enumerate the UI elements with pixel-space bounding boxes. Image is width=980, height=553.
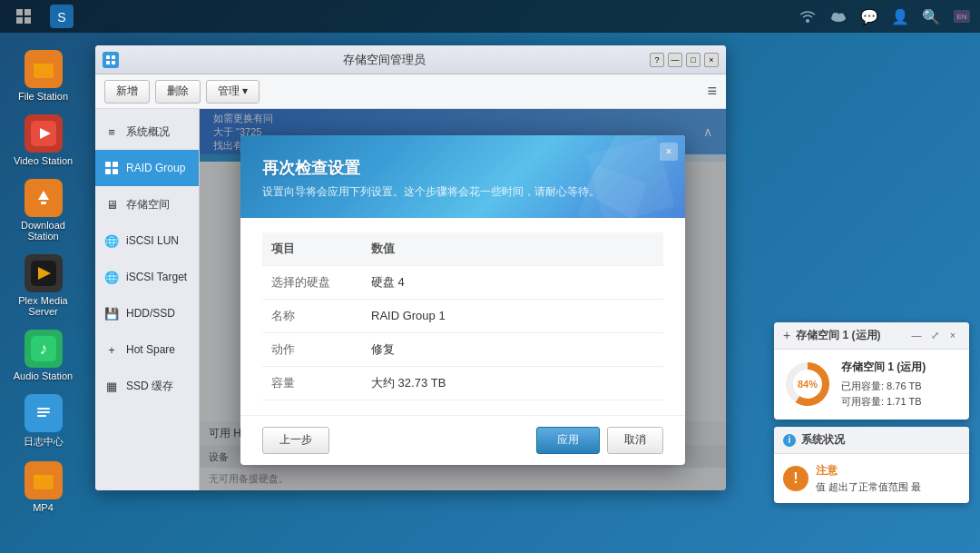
video-station-label: Video Station bbox=[14, 155, 73, 166]
desktop-app-icons: File Station Video Station Download Stat… bbox=[9, 45, 77, 518]
sidebar-app-log-center[interactable]: 日志中心 bbox=[9, 390, 77, 453]
hdd-icon: 💾 bbox=[104, 306, 119, 321]
warning-text: 值 超出了正常值范围 最 bbox=[816, 480, 921, 494]
sidebar-app-file-station[interactable]: File Station bbox=[9, 45, 77, 106]
row-value-0: 硬盘 4 bbox=[362, 265, 663, 299]
audio-station-label: Audio Station bbox=[14, 370, 73, 381]
nav-storage[interactable]: 🖥 存储空间 bbox=[95, 186, 199, 222]
minimize-button[interactable]: — bbox=[668, 53, 682, 67]
table-row: 动作 修复 bbox=[262, 332, 663, 366]
panel-controls: — ⤢ × bbox=[909, 328, 960, 342]
app-icon bbox=[103, 52, 119, 68]
confirm-dialog: × 再次检查设置 设置向导将会应用下列设置。这个步骤将会花一些时间，请耐心等待。 bbox=[240, 135, 685, 465]
svg-rect-34 bbox=[105, 162, 111, 167]
dialog-header: × 再次检查设置 设置向导将会应用下列设置。这个步骤将会花一些时间，请耐心等待。 bbox=[240, 135, 685, 218]
taskbar-left: S bbox=[7, 0, 78, 33]
maximize-button[interactable]: □ bbox=[686, 53, 701, 67]
panel-close-btn[interactable]: × bbox=[946, 328, 960, 342]
window-title: 存储空间管理员 bbox=[119, 52, 650, 68]
dialog-action-buttons: 应用 取消 bbox=[536, 427, 663, 454]
svg-rect-37 bbox=[113, 169, 118, 174]
row-label-3: 容量 bbox=[262, 366, 362, 400]
region-icon[interactable]: EN bbox=[951, 5, 973, 27]
prev-button[interactable]: 上一步 bbox=[262, 427, 329, 454]
delete-button[interactable]: 删除 bbox=[155, 80, 201, 104]
nav-hdd-ssd[interactable]: 💾 HDD/SSD bbox=[95, 295, 199, 331]
apply-button[interactable]: 应用 bbox=[536, 427, 600, 454]
user-icon[interactable]: 👤 bbox=[889, 5, 911, 27]
storage-card-header: + 存储空间 1 (运用) — ⤢ × bbox=[774, 322, 969, 350]
search-icon[interactable]: 🔍 bbox=[920, 5, 942, 27]
taskbar-right: 💬 👤 🔍 EN bbox=[797, 5, 973, 27]
nav-hot-spare[interactable]: + Hot Spare bbox=[95, 331, 199, 368]
dialog-footer: 上一步 应用 取消 bbox=[240, 415, 685, 465]
svg-rect-33 bbox=[112, 61, 115, 64]
raid-icon bbox=[104, 161, 119, 175]
new-button[interactable]: 新增 bbox=[104, 80, 150, 104]
svg-rect-35 bbox=[113, 162, 118, 167]
desktop: S 💬 👤 🔍 bbox=[0, 0, 980, 553]
help-button[interactable]: ? bbox=[650, 53, 664, 67]
messages-icon[interactable]: 💬 bbox=[858, 5, 880, 27]
network-icon[interactable] bbox=[797, 5, 818, 27]
storage-card-title: 存储空间 1 (运用) bbox=[796, 328, 880, 343]
nav-iscsi-target[interactable]: 🌐 iSCSI Target bbox=[95, 259, 199, 295]
sidebar-app-plex[interactable]: Plex Media Server bbox=[9, 250, 77, 321]
nav-overview[interactable]: ≡ 系统概况 bbox=[95, 114, 199, 150]
svg-rect-18 bbox=[41, 202, 46, 204]
row-label-0: 选择的硬盘 bbox=[262, 265, 362, 299]
svg-rect-32 bbox=[106, 61, 110, 64]
svg-rect-29 bbox=[104, 54, 117, 66]
dialog-close-button[interactable]: × bbox=[660, 143, 678, 161]
svg-rect-13 bbox=[34, 64, 43, 67]
nav-iscsi-lun[interactable]: 🌐 iSCSI LUN bbox=[95, 222, 199, 259]
svg-rect-2 bbox=[16, 17, 23, 24]
svg-rect-1 bbox=[24, 9, 31, 15]
status-warning: ! 注意 值 超出了正常值范围 最 bbox=[783, 463, 960, 494]
warning-icon: ! bbox=[783, 466, 808, 491]
system-status-title: 系统状况 bbox=[801, 432, 845, 448]
svg-rect-28 bbox=[34, 475, 43, 479]
storage-card: + 存储空间 1 (运用) — ⤢ × bbox=[774, 322, 969, 420]
donut-percent: 84% bbox=[798, 379, 818, 390]
cancel-button[interactable]: 取消 bbox=[607, 427, 663, 454]
info-icon: i bbox=[783, 434, 796, 447]
sidebar-app-mp4[interactable]: MP4 bbox=[9, 457, 77, 518]
app-content: ≡ 系统概况 RAID Group 🖥 bbox=[95, 109, 726, 490]
sidebar-app-video-station[interactable]: Video Station bbox=[9, 110, 77, 171]
available-capacity: 可用容量: 1.71 TB bbox=[841, 394, 926, 410]
log-center-label: 日志中心 bbox=[24, 435, 64, 449]
synology-app-button[interactable]: S bbox=[45, 0, 78, 33]
dialog-title: 再次检查设置 bbox=[262, 157, 663, 179]
svg-rect-26 bbox=[37, 415, 46, 417]
sidebar-app-download-station[interactable]: Download Station bbox=[9, 174, 77, 246]
dialog-table: 项目 数值 选择的硬盘 硬盘 4 bbox=[262, 232, 663, 400]
storage-card-name: 存储空间 1 (运用) bbox=[841, 359, 926, 376]
storage-info: 84% 存储空间 1 (运用) 已用容量: 8.76 TB 可用容量: 1.71… bbox=[783, 359, 960, 410]
used-capacity: 已用容量: 8.76 TB bbox=[841, 379, 926, 395]
nav-raid-group[interactable]: RAID Group bbox=[95, 150, 199, 186]
overview-icon: ≡ bbox=[104, 124, 119, 139]
app-main-area: 如需更换有问 大于 "3725 找出有问题 ∧ 可用 Hot Spare 硬盘 … bbox=[200, 109, 726, 490]
table-row: 名称 RAID Group 1 bbox=[262, 299, 663, 332]
system-status-card: i 系统状况 ! 注意 值 超出了正常值范围 最 bbox=[774, 427, 969, 503]
list-view-icon[interactable]: ≡ bbox=[707, 82, 717, 101]
close-button[interactable]: × bbox=[704, 53, 719, 67]
panel-restore-btn[interactable]: ⤢ bbox=[927, 328, 942, 342]
add-panel-icon[interactable]: + bbox=[783, 328, 790, 342]
panel-minimize-btn[interactable]: — bbox=[909, 328, 924, 342]
app-nav: ≡ 系统概况 RAID Group 🖥 bbox=[95, 109, 200, 490]
cloud-icon[interactable] bbox=[828, 5, 849, 27]
svg-point-9 bbox=[838, 14, 845, 20]
sidebar-app-audio-station[interactable]: ♪ Audio Station bbox=[9, 325, 77, 386]
svg-rect-24 bbox=[37, 408, 50, 410]
ssd-cache-icon: ▦ bbox=[104, 379, 119, 393]
storage-text: 存储空间 1 (运用) 已用容量: 8.76 TB 可用容量: 1.71 TB bbox=[841, 359, 926, 410]
manage-button[interactable]: 管理 ▾ bbox=[206, 80, 260, 104]
nav-ssd-cache[interactable]: ▦ SSD 缓存 bbox=[95, 368, 199, 404]
grid-app-button[interactable] bbox=[7, 0, 40, 33]
warning-title: 注意 bbox=[816, 463, 921, 479]
row-value-3: 大约 32.73 TB bbox=[362, 366, 663, 400]
taskbar: S 💬 👤 🔍 bbox=[0, 0, 980, 33]
row-value-2: 修复 bbox=[362, 332, 663, 366]
